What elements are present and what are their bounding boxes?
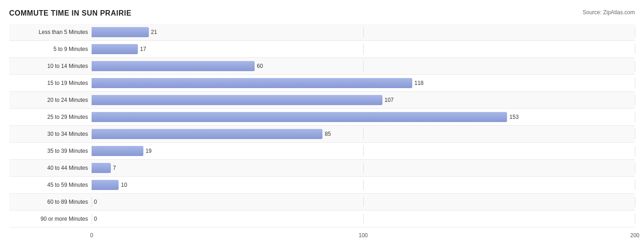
bar-label: 60 to 89 Minutes — [9, 199, 92, 205]
bar-fill: 107 — [92, 95, 382, 105]
bar-label: 10 to 14 Minutes — [9, 63, 92, 69]
grid-line — [363, 44, 364, 54]
bar-row: 90 or more Minutes0 — [9, 211, 635, 228]
bar-track: 153 — [92, 112, 635, 122]
bar-row: 10 to 14 Minutes60 — [9, 58, 635, 75]
bar-label: 25 to 29 Minutes — [9, 114, 92, 120]
bar-fill: 85 — [92, 129, 322, 139]
bar-fill: 21 — [92, 27, 149, 37]
bar-row: 30 to 34 Minutes85 — [9, 126, 635, 143]
chart-title: COMMUTE TIME IN SUN PRAIRIE — [9, 9, 131, 17]
bar-label: 40 to 44 Minutes — [9, 165, 92, 171]
grid-line — [635, 95, 635, 105]
bar-fill: 17 — [92, 44, 138, 54]
x-tick-label: 100 — [359, 232, 368, 239]
bar-value-label: 85 — [325, 131, 331, 137]
grid-line — [363, 61, 364, 71]
bar-label: Less than 5 Minutes — [9, 29, 92, 35]
bar-track: 118 — [92, 78, 635, 88]
x-tick-label: 200 — [630, 232, 639, 239]
x-axis-labels: 0100200 — [92, 229, 635, 239]
chart-source: Source: ZipAtlas.com — [583, 9, 635, 16]
bar-value-label: 19 — [146, 148, 152, 154]
grid-line — [363, 197, 364, 207]
bar-fill: 7 — [92, 163, 111, 173]
grid-line — [635, 146, 635, 156]
bar-row: 45 to 59 Minutes10 — [9, 177, 635, 194]
grid-line — [635, 214, 635, 224]
grid-line — [363, 163, 364, 173]
grid-line — [635, 180, 635, 190]
bar-row: 25 to 29 Minutes153 — [9, 109, 635, 126]
bar-label: 5 to 9 Minutes — [9, 46, 92, 52]
bar-value-label: 153 — [509, 114, 518, 120]
bar-value-label: 0 — [94, 199, 97, 205]
grid-line — [363, 129, 364, 139]
bar-track: 21 — [92, 27, 635, 37]
grid-line — [635, 129, 635, 139]
grid-line — [363, 214, 364, 224]
bar-track: 0 — [92, 197, 635, 207]
bar-value-label: 60 — [257, 63, 263, 69]
bar-label: 35 to 39 Minutes — [9, 148, 92, 154]
bar-track: 19 — [92, 146, 635, 156]
bar-fill: 153 — [92, 112, 507, 122]
bar-fill: 60 — [92, 61, 255, 71]
bar-value-label: 17 — [140, 46, 146, 52]
bar-row: 35 to 39 Minutes19 — [9, 143, 635, 160]
bar-label: 15 to 19 Minutes — [9, 80, 92, 86]
bar-label: 45 to 59 Minutes — [9, 182, 92, 188]
grid-line — [635, 44, 635, 54]
bar-track: 7 — [92, 163, 635, 173]
bar-track: 60 — [92, 61, 635, 71]
grid-line — [635, 112, 635, 122]
grid-line — [92, 214, 92, 224]
x-tick-label: 0 — [90, 232, 93, 239]
bar-label: 90 or more Minutes — [9, 216, 92, 222]
grid-line — [635, 197, 635, 207]
grid-line — [635, 78, 635, 88]
chart-container: COMMUTE TIME IN SUN PRAIRIE Source: ZipA… — [0, 5, 644, 240]
bar-label: 20 to 24 Minutes — [9, 97, 92, 103]
bar-row: Less than 5 Minutes21 — [9, 24, 635, 41]
bar-value-label: 107 — [385, 97, 394, 103]
grid-line — [635, 27, 635, 37]
chart-header: COMMUTE TIME IN SUN PRAIRIE Source: ZipA… — [9, 9, 635, 17]
bar-row: 60 to 89 Minutes0 — [9, 194, 635, 211]
bar-value-label: 21 — [151, 29, 157, 35]
bar-value-label: 118 — [415, 80, 424, 86]
bar-fill: 19 — [92, 146, 143, 156]
bar-label: 30 to 34 Minutes — [9, 131, 92, 137]
grid-line — [635, 163, 635, 173]
x-axis: 0100200 — [9, 229, 635, 239]
bar-track: 17 — [92, 44, 635, 54]
bar-track: 10 — [92, 180, 635, 190]
bar-value-label: 10 — [121, 182, 127, 188]
grid-line — [363, 27, 364, 37]
bar-value-label: 0 — [94, 216, 97, 222]
bar-track: 0 — [92, 214, 635, 224]
bar-track: 85 — [92, 129, 635, 139]
bar-fill: 118 — [92, 78, 412, 88]
bar-track: 107 — [92, 95, 635, 105]
chart-area: Less than 5 Minutes215 to 9 Minutes1710 … — [9, 24, 635, 228]
bar-row: 15 to 19 Minutes118 — [9, 75, 635, 92]
grid-line — [363, 180, 364, 190]
grid-line — [635, 61, 635, 71]
bar-fill: 10 — [92, 180, 119, 190]
bar-row: 20 to 24 Minutes107 — [9, 92, 635, 109]
bar-row: 5 to 9 Minutes17 — [9, 41, 635, 58]
bar-row: 40 to 44 Minutes7 — [9, 160, 635, 177]
bar-value-label: 7 — [113, 165, 116, 171]
grid-line — [363, 146, 364, 156]
grid-line — [92, 197, 92, 207]
